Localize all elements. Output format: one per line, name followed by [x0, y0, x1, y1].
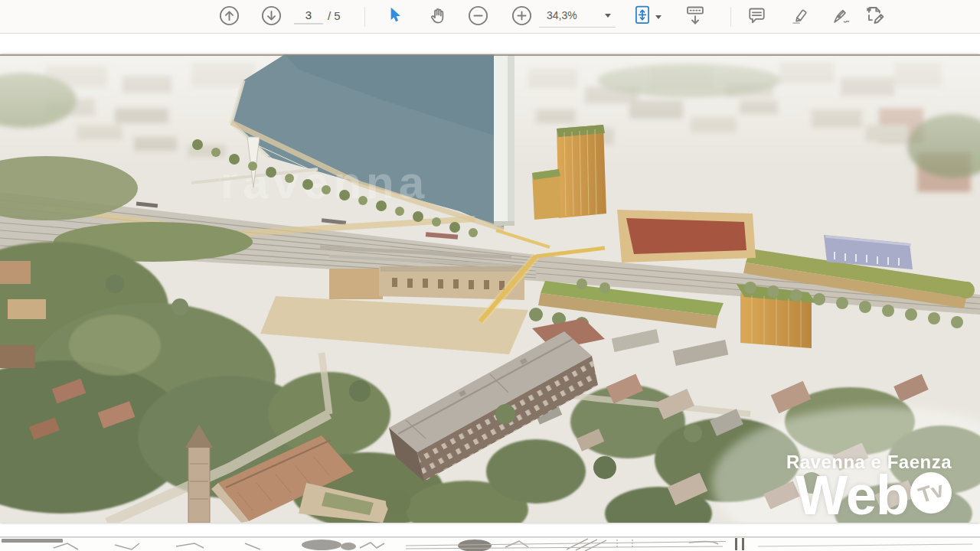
page-fit-icon [632, 5, 652, 29]
hatch-strokes [567, 539, 606, 551]
page-pencil-icon [864, 5, 885, 29]
zoom-in-button[interactable] [509, 4, 534, 30]
page-number-field[interactable] [294, 6, 323, 26]
pdf-page-4-sliver[interactable] [0, 536, 980, 551]
next-page-button[interactable] [259, 4, 283, 30]
sign-button[interactable] [828, 4, 853, 30]
zoom-level-value: 34,3% [547, 9, 577, 21]
veil [0, 54, 980, 523]
zoom-underline [539, 27, 616, 28]
document-canvas[interactable]: ravenna [0, 34, 980, 551]
hide-toolbar-button[interactable] [683, 4, 707, 30]
comment-button[interactable] [744, 4, 769, 30]
select-tool-button[interactable] [382, 4, 407, 30]
circle-arrow-down-icon [261, 5, 282, 29]
zoom-level-dropdown[interactable]: 34,3% [539, 6, 616, 28]
caret-down-icon [605, 14, 611, 18]
zoom-out-button[interactable] [466, 4, 490, 30]
toolbar-separator [364, 7, 365, 27]
highlight-button[interactable] [787, 4, 812, 30]
aerial-rendering: ravenna [0, 54, 980, 523]
edit-pdf-button[interactable] [862, 4, 887, 30]
next-page-sketches [0, 536, 980, 551]
pdf-toolbar: / 5 [0, 0, 980, 34]
toolbar-separator [730, 7, 731, 27]
cursor-arrow-icon [384, 5, 404, 28]
page-number-input[interactable] [294, 6, 323, 24]
pdf-page-3[interactable]: ravenna [0, 54, 980, 523]
circle-minus-icon [468, 5, 488, 29]
highlighter-pen-icon [789, 5, 810, 29]
page-top-edge [0, 54, 980, 56]
pdf-viewer-window: / 5 [0, 0, 980, 551]
fountain-pen-icon [831, 5, 851, 29]
speech-bubble-icon [746, 5, 767, 29]
next-page-caption-placeholder [2, 539, 63, 543]
hand-tool-button[interactable] [426, 4, 450, 30]
open-hand-icon [428, 5, 449, 29]
caret-down-icon [655, 15, 662, 19]
page-total-label: / 5 [328, 9, 341, 22]
circle-plus-icon [511, 5, 532, 29]
circle-arrow-up-icon [219, 5, 240, 29]
toolbar-arrow-down-icon [684, 5, 706, 29]
previous-page-button[interactable] [217, 4, 241, 30]
page-fit-dropdown[interactable] [632, 4, 668, 30]
sketch-strokes [54, 541, 718, 549]
